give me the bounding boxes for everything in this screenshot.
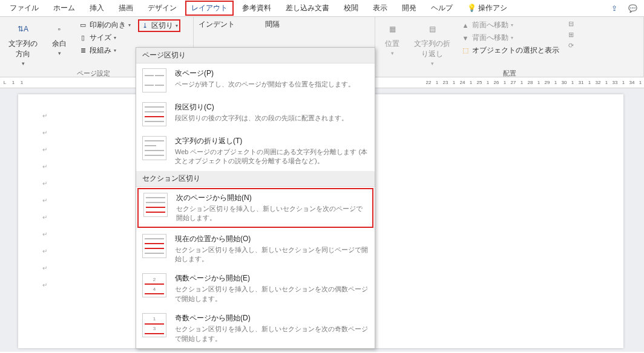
send-backward-icon: ▼ xyxy=(461,34,470,42)
group-label-arrange: 配置 xyxy=(380,68,639,78)
orientation-label: 印刷の向き xyxy=(90,20,126,30)
text-direction-label: 文字列の 方向 xyxy=(8,39,38,59)
margins-icon: ▫ xyxy=(51,21,68,37)
column-break-icon xyxy=(142,102,166,126)
tell-me-label: 操作アシ xyxy=(478,4,507,12)
chevron-down-icon: ▾ xyxy=(176,23,178,28)
size-icon: ▯ xyxy=(79,34,87,42)
ribbon-tab-bar: ファイル ホーム 挿入 描画 デザイン レイアウト 参考資料 差し込み文書 校閲… xyxy=(0,0,644,17)
selection-pane-icon: ⬚ xyxy=(461,47,470,55)
text-wrapping-icon xyxy=(142,136,166,160)
tab-developer[interactable]: 開発 xyxy=(396,1,422,16)
menu-item-even-page[interactable]: 24 偶数ページから開始(E) セクション区切りを挿入し、新しいセクションを次の… xyxy=(136,268,375,308)
menu-section-section-breaks: セクション区切り xyxy=(136,171,375,187)
menu-title: 偶数ページから開始(E) xyxy=(175,273,369,283)
menu-desc: セクション区切りを挿入し、新しいセクションを同じページで開始します。 xyxy=(175,245,369,264)
group-objects-icon[interactable]: ⊞ xyxy=(567,30,575,39)
tab-home[interactable]: ホーム xyxy=(47,1,81,16)
menu-section-page-breaks: ページ区切り xyxy=(136,48,375,63)
menu-item-page-break[interactable]: 改ページ(P) ページが終了し、次のページが開始する位置を指定します。 xyxy=(136,63,375,97)
ribbon: ⇅A 文字列の 方向 ▾ ▫ 余白 ▾ ▭ 印刷の向き ▾ ▯ サイズ ▾ xyxy=(0,17,644,77)
text-direction-button[interactable]: ⇅A 文字列の 方向 ▾ xyxy=(5,19,41,68)
text-direction-icon: ⇅A xyxy=(15,21,31,37)
chevron-down-icon: ▾ xyxy=(511,35,513,40)
menu-desc: セクション区切りを挿入し、新しいセクションを次の奇数ページで開始します。 xyxy=(175,325,369,343)
menu-item-continuous[interactable]: 現在の位置から開始(O) セクション区切りを挿入し、新しいセクションを同じページ… xyxy=(136,229,375,269)
rotate-icon[interactable]: ⟳ xyxy=(567,41,575,50)
tab-mailings[interactable]: 差し込み文書 xyxy=(280,1,335,16)
menu-title: 改ページ(P) xyxy=(175,68,369,79)
menu-item-odd-page[interactable]: 13 奇数ページから開始(D) セクション区切りを挿入し、新しいセクションを次の… xyxy=(136,308,375,348)
menu-desc: ページが終了し、次のページが開始する位置を指定します。 xyxy=(175,80,369,89)
align-icon[interactable]: ⊟ xyxy=(567,19,575,28)
tab-layout[interactable]: レイアウト xyxy=(185,1,234,16)
group-arrange: ▦ 位置 ▾ ▤ 文字列の折 り返し ▾ ▲ 前面へ移動 ▾ ▼ 背面へ移動 ▾ xyxy=(375,17,644,77)
wrap-icon: ▤ xyxy=(424,21,441,37)
menu-title: 奇数ページから開始(D) xyxy=(175,313,369,323)
selection-pane-button[interactable]: ⬚ オブジェクトの選択と表示 xyxy=(460,45,560,56)
indent-heading: インデント xyxy=(199,19,235,30)
tab-review[interactable]: 校閲 xyxy=(338,1,364,16)
menu-title: 次のページから開始(N) xyxy=(176,193,367,203)
share-button[interactable]: ⇪ xyxy=(606,2,622,15)
orientation-icon: ▭ xyxy=(79,21,87,30)
send-backward-button[interactable]: ▼ 背面へ移動 ▾ xyxy=(460,32,560,44)
chevron-down-icon: ▾ xyxy=(114,48,116,53)
breaks-dropdown-menu: ページ区切り 改ページ(P) ページが終了し、次のページが開始する位置を指定しま… xyxy=(136,47,375,349)
chevron-down-icon: ▾ xyxy=(58,50,61,56)
menu-title: 現在の位置から開始(O) xyxy=(175,234,369,244)
breaks-icon: ⤓ xyxy=(140,22,149,30)
tab-view[interactable]: 表示 xyxy=(367,1,393,16)
chevron-down-icon: ▾ xyxy=(128,22,131,28)
position-icon: ▦ xyxy=(384,21,401,37)
odd-page-icon: 13 xyxy=(142,313,166,337)
menu-desc: セクション区切りを挿入し、新しいセクションを次の偶数ページで開始します。 xyxy=(175,285,369,303)
menu-item-column-break[interactable]: 段区切り(C) 段区切りの後の文字列は、次の段の先頭に配置されます。 xyxy=(136,97,375,131)
tab-help[interactable]: ヘルプ xyxy=(425,1,459,16)
columns-button[interactable]: ≣ 段組み ▾ xyxy=(77,45,132,56)
tab-design[interactable]: デザイン xyxy=(142,1,183,16)
chevron-down-icon: ▾ xyxy=(114,35,116,40)
tab-file[interactable]: ファイル xyxy=(4,1,45,16)
menu-desc: Web ページのオブジェクトの周囲にある文字列を分離します (本文とオブジェクト… xyxy=(175,147,369,166)
bring-forward-icon: ▲ xyxy=(461,21,470,30)
margins-button[interactable]: ▫ 余白 ▾ xyxy=(47,19,71,68)
even-page-icon: 24 xyxy=(142,273,166,297)
wrap-label: 文字列の折 り返し xyxy=(414,39,450,59)
tab-references[interactable]: 参考資料 xyxy=(236,1,277,16)
spacing-heading: 間隔 xyxy=(265,19,280,30)
margins-label: 余白 xyxy=(52,39,67,49)
size-button[interactable]: ▯ サイズ ▾ xyxy=(77,32,132,44)
menu-desc: セクション区切りを挿入し、新しいセクションを次のページで開始します。 xyxy=(176,204,367,223)
chevron-down-icon: ▾ xyxy=(391,50,394,56)
tab-draw[interactable]: 描画 xyxy=(113,1,139,16)
next-page-icon xyxy=(143,193,168,217)
menu-item-text-wrapping-break[interactable]: 文字列の折り返し(T) Web ページのオブジェクトの周囲にある文字列を分離しま… xyxy=(136,131,375,171)
breaks-label: 区切り xyxy=(151,21,173,31)
page-break-icon xyxy=(142,68,166,92)
comments-button[interactable]: 💬 xyxy=(625,2,640,15)
chevron-down-icon: ▾ xyxy=(431,60,434,66)
columns-label: 段組み xyxy=(90,45,111,56)
orientation-button[interactable]: ▭ 印刷の向き ▾ xyxy=(77,19,132,31)
chevron-down-icon: ▾ xyxy=(22,60,25,66)
menu-title: 文字列の折り返し(T) xyxy=(175,136,369,146)
continuous-icon xyxy=(142,234,166,258)
bring-forward-button[interactable]: ▲ 前面へ移動 ▾ xyxy=(460,19,560,31)
lightbulb-icon: 💡 xyxy=(467,4,476,12)
size-label: サイズ xyxy=(90,33,111,43)
send-back-label: 背面へ移動 xyxy=(472,33,508,43)
breaks-button[interactable]: ⤓ 区切り ▾ xyxy=(138,19,180,32)
comment-icon: 💬 xyxy=(628,4,637,13)
tab-insert[interactable]: 挿入 xyxy=(84,1,110,16)
bring-fwd-label: 前面へ移動 xyxy=(472,20,508,30)
menu-item-next-page[interactable]: 次のページから開始(N) セクション区切りを挿入し、新しいセクションを次のページ… xyxy=(137,188,373,228)
columns-icon: ≣ xyxy=(79,47,87,55)
share-icon: ⇪ xyxy=(611,4,617,13)
menu-desc: 段区切りの後の文字列は、次の段の先頭に配置されます。 xyxy=(175,114,369,123)
position-label: 位置 xyxy=(385,39,399,49)
position-button[interactable]: ▦ 位置 ▾ xyxy=(380,19,404,68)
wrap-text-button[interactable]: ▤ 文字列の折 り返し ▾ xyxy=(410,19,454,68)
tab-tell-me[interactable]: 💡 操作アシ xyxy=(461,1,513,16)
selection-pane-label: オブジェクトの選択と表示 xyxy=(472,45,559,56)
